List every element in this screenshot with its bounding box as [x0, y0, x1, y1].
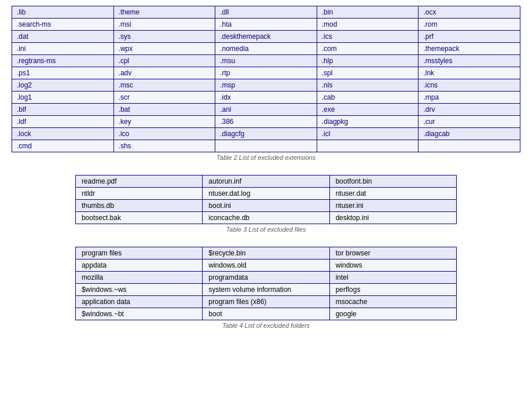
- table-cell: .lib: [12, 6, 114, 19]
- table-row: program files$recycle.bintor browser: [75, 247, 456, 259]
- table-row: readme.pdfautorun.infbootfont.bin: [75, 175, 456, 188]
- folders-table: program files$recycle.bintor browserappd…: [75, 247, 457, 320]
- table-cell: .prf: [419, 31, 520, 43]
- folders-table-caption: Table 4 List of excluded folders: [12, 322, 520, 329]
- table-cell: boot: [203, 308, 329, 320]
- table-cell: .lnk: [419, 67, 520, 79]
- table-cell: .log1: [12, 92, 114, 104]
- table-cell: windows.old: [203, 259, 329, 272]
- table-cell: .spl: [317, 67, 419, 79]
- table-cell: .mpa: [419, 92, 520, 104]
- table-cell: ntldr: [75, 188, 202, 200]
- table-cell: [419, 140, 520, 152]
- table-row: .ldf.key.386.diagpkg.cur: [12, 116, 520, 128]
- table-cell: .dat: [12, 31, 114, 43]
- table-row: .regtrans-ms.cpl.msu.hlp.msstyles: [12, 55, 520, 67]
- table-cell: perflogs: [329, 284, 456, 296]
- table-cell: .wpx: [113, 43, 215, 55]
- table-cell: .cmd: [12, 140, 114, 152]
- table-cell: autorun.inf: [203, 175, 329, 188]
- table-cell: .search-ms: [12, 19, 114, 31]
- table-row: .log1.scr.idx.cab.mpa: [12, 92, 520, 104]
- table-row: .ps1.adv.rtp.spl.lnk: [12, 67, 520, 79]
- table-cell: .ics: [317, 31, 419, 43]
- table-row: ntldrntuser.dat.logntuser.dat: [75, 188, 456, 200]
- table-cell: .msi: [113, 19, 215, 31]
- extensions-table-caption: Table 2 List of excluded extensions: [12, 154, 520, 161]
- files-table-container: readme.pdfautorun.infbootfont.binntldrnt…: [12, 175, 520, 233]
- table-cell: appdata: [75, 259, 202, 272]
- table-cell: .msu: [215, 55, 317, 67]
- table-row: .search-ms.msi.hta.mod.rom: [12, 19, 520, 31]
- table-row: .ini.wpx.nomedia.com.themepack: [12, 43, 520, 55]
- table-row: mozillaprogramdataintel: [75, 272, 456, 284]
- table-cell: $windows.~bt: [75, 308, 202, 320]
- table-cell: .theme: [113, 6, 215, 19]
- table-cell: .idx: [215, 92, 317, 104]
- table-cell: program files (x86): [203, 296, 329, 308]
- table-cell: .diagcfg: [215, 128, 317, 140]
- table-cell: .scr: [113, 92, 215, 104]
- table-cell: .rom: [419, 19, 520, 31]
- table-cell: readme.pdf: [75, 175, 202, 188]
- table-cell: intel: [329, 272, 456, 284]
- table-cell: google: [329, 308, 456, 320]
- table-row: .blf.bat.ani.exe.drv: [12, 104, 520, 116]
- table-cell: iconcache.db: [203, 212, 329, 224]
- table-cell: .msp: [215, 79, 317, 92]
- table-cell: .rtp: [215, 67, 317, 79]
- table-cell: .regtrans-ms: [12, 55, 114, 67]
- table-row: $windows.~wssystem volume informationper…: [75, 284, 456, 296]
- table-cell: .hta: [215, 19, 317, 31]
- table-row: .lib.theme.dll.bin.ocx: [12, 6, 520, 19]
- table-cell: $windows.~ws: [75, 284, 202, 296]
- table-cell: .bin: [317, 6, 419, 19]
- files-table-caption: Table 3 List of excluded files: [12, 226, 520, 233]
- table-cell: .cur: [419, 116, 520, 128]
- table-cell: application data: [75, 296, 202, 308]
- table-cell: .sys: [113, 31, 215, 43]
- table-cell: boot.ini: [203, 200, 329, 212]
- table-cell: .ps1: [12, 67, 114, 79]
- table-cell: [215, 140, 317, 152]
- table-row: .lock.ico.diagcfg.icl.diagcab: [12, 128, 520, 140]
- table-cell: .diagpkg: [317, 116, 419, 128]
- table-cell: [317, 140, 419, 152]
- table-cell: .ocx: [419, 6, 520, 19]
- table-cell: system volume information: [203, 284, 329, 296]
- table-cell: .nomedia: [215, 43, 317, 55]
- table-row: thumbs.dbboot.inintuser.ini: [75, 200, 456, 212]
- table-row: application dataprogram files (x86)msoca…: [75, 296, 456, 308]
- table-cell: .ico: [113, 128, 215, 140]
- table-cell: .exe: [317, 104, 419, 116]
- table-cell: .ini: [12, 43, 114, 55]
- table-cell: windows: [329, 259, 456, 272]
- table-cell: .icl: [317, 128, 419, 140]
- table-cell: bootsect.bak: [75, 212, 202, 224]
- table-cell: .icns: [419, 79, 520, 92]
- table-cell: .386: [215, 116, 317, 128]
- table-row: .log2.msc.msp.nls.icns: [12, 79, 520, 92]
- table-cell: .dll: [215, 6, 317, 19]
- table-cell: bootfont.bin: [329, 175, 456, 188]
- table-row: .cmd.shs: [12, 140, 520, 152]
- table-cell: .deskthemepack: [215, 31, 317, 43]
- table-cell: msocache: [329, 296, 456, 308]
- table-cell: .themepack: [419, 43, 520, 55]
- table-cell: .key: [113, 116, 215, 128]
- table-cell: .msstyles: [419, 55, 520, 67]
- table-row: $windows.~btbootgoogle: [75, 308, 456, 320]
- table-cell: .log2: [12, 79, 114, 92]
- table-cell: ntuser.ini: [329, 200, 456, 212]
- table-cell: .nls: [317, 79, 419, 92]
- table-cell: .hlp: [317, 55, 419, 67]
- table-cell: .ldf: [12, 116, 114, 128]
- table-cell: .cpl: [113, 55, 215, 67]
- table-cell: mozilla: [75, 272, 202, 284]
- table-cell: ntuser.dat: [329, 188, 456, 200]
- table-cell: .mod: [317, 19, 419, 31]
- table-cell: .ani: [215, 104, 317, 116]
- folders-table-container: program files$recycle.bintor browserappd…: [12, 247, 520, 329]
- table-cell: programdata: [203, 272, 329, 284]
- table-row: .dat.sys.deskthemepack.ics.prf: [12, 31, 520, 43]
